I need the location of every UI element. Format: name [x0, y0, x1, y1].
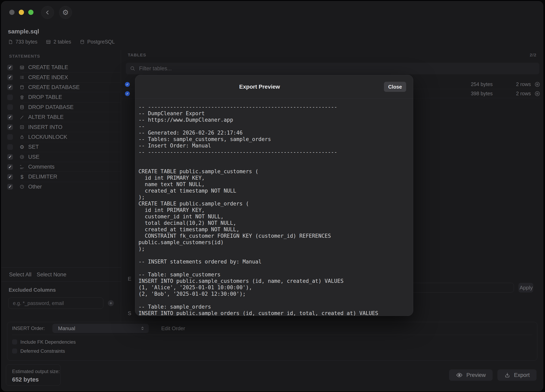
- excluded-columns-label: Excluded Columns: [9, 287, 121, 293]
- statement-checkbox[interactable]: ✓: [7, 84, 13, 90]
- gear-icon: ⚙: [19, 145, 24, 149]
- statement-checkbox[interactable]: ✓: [7, 65, 13, 70]
- statement-toggle-row[interactable]: LOCK/UNLOCK: [1, 132, 121, 142]
- insert-order-panel: INSERT Order: Manual Edit Order Include …: [7, 322, 537, 361]
- filter-tables-input[interactable]: [139, 65, 535, 72]
- excluded-columns-input[interactable]: [8, 298, 103, 309]
- modal-title: Export Preview: [135, 84, 384, 90]
- preview-button[interactable]: Preview: [449, 369, 493, 381]
- table-count: 2 tables: [53, 39, 71, 45]
- trash-icon: [19, 95, 24, 100]
- export-preview-modal: Export Preview Close -- ----------------…: [135, 75, 413, 316]
- statement-label: DROP DATABASE: [28, 104, 74, 110]
- database-stack-icon: [19, 105, 24, 110]
- eye-icon: [456, 372, 463, 379]
- table-row-count: 2 rows: [516, 91, 531, 97]
- statement-toggle-row[interactable]: DROP DATABASE: [1, 102, 121, 112]
- option-label: Deferred Constraints: [20, 348, 65, 354]
- statement-checkbox[interactable]: ✓: [7, 184, 13, 190]
- sql-preview[interactable]: -- -------------------------------------…: [135, 99, 413, 316]
- statement-checkbox[interactable]: ✓: [7, 154, 13, 160]
- table-size: 398 bytes: [471, 91, 493, 97]
- footer-option-row[interactable]: Deferred Constraints: [12, 346, 532, 355]
- export-button[interactable]: Export: [497, 369, 537, 381]
- desktop-background: ⚙ sample.sql 733 bytes 2 tables: [0, 0, 545, 392]
- statements-sidebar: STATEMENTS ✓CREATE TABLE✓CREATE INDEX✓CR…: [1, 50, 121, 322]
- window-close-button[interactable]: [9, 10, 14, 15]
- statement-checkbox[interactable]: [7, 94, 13, 100]
- quote-icon: “: [19, 165, 24, 169]
- table-row-count: 2 rows: [516, 81, 531, 87]
- statement-checkbox[interactable]: ✓: [7, 164, 13, 170]
- statement-toggle-row[interactable]: ✓CREATE INDEX: [1, 72, 121, 82]
- plus-square-icon: [19, 125, 24, 129]
- estimated-size-label: Estimated output size:: [12, 369, 61, 374]
- statement-label: Other: [28, 184, 42, 190]
- statement-toggle-row[interactable]: ✓“Comments: [1, 162, 121, 172]
- traffic-lights: [9, 10, 33, 15]
- statement-toggle-row[interactable]: ✓?Other: [1, 182, 121, 192]
- footer-checkboxes: Include FK DependenciesDeferred Constrai…: [12, 337, 532, 355]
- chevron-left-icon: [44, 9, 51, 16]
- edit-order-button[interactable]: Edit Order: [160, 325, 186, 332]
- statement-toggle-row[interactable]: ✓CREATE DATABASE: [1, 82, 121, 92]
- svg-text:“: “: [20, 165, 21, 168]
- statement-label: CREATE DATABASE: [28, 84, 80, 91]
- file-icon: [8, 39, 13, 44]
- lock-icon: [19, 135, 24, 139]
- dollar-icon: $: [19, 174, 24, 179]
- statement-checkbox[interactable]: ✓: [7, 114, 13, 120]
- statement-label: DROP TABLE: [28, 94, 62, 100]
- statement-toggle-row[interactable]: ⚙SET: [1, 142, 121, 152]
- apply-button[interactable]: Apply: [518, 283, 533, 293]
- chevron-up-down-icon: [140, 326, 145, 331]
- window-minimize-button[interactable]: [19, 10, 24, 15]
- sidebar-bottom: Select All Select None Excluded Columns …: [1, 268, 121, 309]
- statement-toggle-row[interactable]: DROP TABLE: [1, 92, 121, 102]
- select-none-button[interactable]: Select None: [37, 271, 66, 278]
- table-selected-checkbox[interactable]: ✓: [125, 91, 130, 96]
- insert-order-select[interactable]: Manual: [52, 324, 149, 333]
- close-button[interactable]: Close: [384, 82, 406, 92]
- list-icon: [19, 75, 24, 80]
- option-checkbox[interactable]: [12, 339, 17, 344]
- statement-label: INSERT INTO: [28, 124, 62, 130]
- statement-label: SET: [28, 144, 39, 150]
- statement-label: CREATE INDEX: [28, 74, 68, 80]
- tables-count-badge: 2/2: [530, 53, 537, 57]
- table-icon: [19, 65, 24, 70]
- select-all-button[interactable]: Select All: [9, 271, 31, 278]
- app-window: ⚙ sample.sql 733 bytes 2 tables: [1, 1, 543, 391]
- statement-toggle-row[interactable]: ✓CREATE TABLE: [1, 62, 121, 72]
- insert-order-value: Manual: [58, 325, 75, 331]
- window-zoom-button[interactable]: [28, 10, 33, 15]
- statement-checkbox[interactable]: ✓: [7, 124, 13, 130]
- plus-icon: +: [109, 300, 112, 306]
- statement-checkbox[interactable]: [7, 144, 13, 150]
- statement-checkbox[interactable]: [7, 134, 13, 140]
- settings-button[interactable]: ⚙: [59, 6, 72, 19]
- add-excluded-column-button[interactable]: +: [108, 300, 114, 306]
- statement-toggle-row[interactable]: ✓INSERT INTO: [1, 122, 121, 132]
- file-size: 733 bytes: [16, 39, 37, 45]
- statement-checkbox[interactable]: ✓: [7, 174, 13, 180]
- option-label: Include FK Dependencies: [20, 339, 76, 345]
- statements-list: ✓CREATE TABLE✓CREATE INDEX✓CREATE DATABA…: [1, 62, 121, 192]
- back-button[interactable]: [41, 6, 54, 19]
- divider: [12, 335, 532, 335]
- gear-icon: ⚙: [62, 9, 69, 16]
- footer-option-row[interactable]: Include FK Dependencies: [12, 337, 532, 346]
- statement-checkbox[interactable]: [7, 104, 13, 110]
- statement-toggle-row[interactable]: ✓$DELIMITER: [1, 172, 121, 182]
- file-meta: 733 bytes 2 tables PostgreSQL: [8, 39, 115, 45]
- drag-handle-icon[interactable]: [534, 82, 540, 87]
- statement-toggle-row[interactable]: ✓USE: [1, 152, 121, 162]
- drag-handle-icon[interactable]: [534, 91, 540, 97]
- statement-checkbox[interactable]: ✓: [7, 74, 13, 80]
- table-selected-checkbox[interactable]: ✓: [125, 82, 130, 87]
- option-checkbox[interactable]: [12, 349, 17, 354]
- database-icon: [19, 85, 24, 90]
- statement-label: Comments: [28, 164, 55, 170]
- statement-toggle-row[interactable]: ✓ALTER TABLE: [1, 112, 121, 122]
- filter-tables-field[interactable]: [126, 63, 539, 74]
